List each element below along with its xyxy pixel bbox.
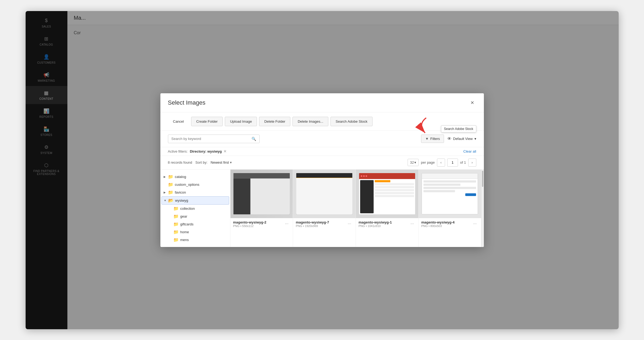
adobe-stock-tooltip: Search Adobe Stock — [441, 125, 476, 132]
folder-icon-home: 📁 — [173, 229, 179, 235]
image-name-3: magento-wysiwyg-1 — [359, 220, 392, 224]
image-card-1[interactable]: magento-wysiwyg-2 PNG • 550x112 ··· — [230, 170, 293, 247]
image-meta-3: PNG • 1041x910 — [359, 224, 392, 228]
folder-item-favicon[interactable]: ▶ 📁 favicon — [160, 188, 230, 196]
folder-icon-custom-options: 📁 — [168, 182, 173, 187]
image-thumb-1 — [230, 170, 293, 218]
image-card-footer-4: magento-wysiwyg-4 PNG • 800x503 ··· — [419, 218, 481, 230]
per-page-select[interactable]: 32 ▾ — [408, 159, 419, 166]
main-page: Ma... Cor Select Images × Cancel Create … — [67, 11, 619, 329]
modal-scrollbar[interactable] — [481, 170, 484, 247]
folder-item-catalog[interactable]: ▶ 📁 catalog — [160, 173, 230, 181]
active-filter-tag: Directory: wysiwyg ✕ — [190, 149, 227, 153]
active-filters-bar: Active filters: Directory: wysiwyg ✕ Cle… — [160, 147, 484, 156]
per-page-label: per page — [421, 160, 435, 164]
per-page-arrow: ▾ — [414, 160, 416, 164]
folder-item-gear[interactable]: 📁 gear — [167, 212, 230, 220]
image-card-footer-2: magento-wysiwyg-7 PNG • 1920x969 ··· — [293, 218, 356, 230]
image-card-2[interactable]: magento-wysiwyg-7 PNG • 1920x969 ··· — [293, 170, 356, 247]
pagination: 32 ▾ per page ‹ of 1 › — [408, 159, 476, 167]
image-menu-button-3[interactable]: ··· — [409, 221, 415, 227]
image-meta-1: PNG • 550x112 — [233, 224, 267, 228]
filter-tag-remove-button[interactable]: ✕ — [223, 149, 227, 153]
folder-icon-catalog: 📁 — [168, 174, 173, 179]
folder-icon-mens: 📁 — [173, 237, 179, 242]
filters-button[interactable]: ▼ Filters — [421, 135, 444, 143]
search-input[interactable] — [171, 137, 252, 141]
folder-name-home: home — [180, 230, 189, 234]
image-menu-button-4[interactable]: ··· — [471, 221, 478, 227]
search-filter-bar: 🔍 — [160, 131, 484, 147]
modal-body: ▶ 📁 catalog 📁 custom_options ▶ — [160, 170, 484, 247]
folder-icon-gear: 📁 — [173, 214, 179, 219]
folder-item-home[interactable]: 📁 home — [167, 228, 230, 236]
page-next-button[interactable]: › — [468, 159, 476, 167]
image-thumb-3 — [356, 170, 418, 218]
image-card-3[interactable]: magento-wysiwyg-1 PNG • 1041x910 ··· — [356, 170, 418, 247]
image-grid: magento-wysiwyg-2 PNG • 550x112 ··· — [230, 170, 481, 247]
expand-arrow-catalog: ▶ — [164, 175, 166, 178]
filter-funnel-icon: ▼ — [425, 137, 429, 141]
image-card-footer-1: magento-wysiwyg-2 PNG • 550x112 ··· — [230, 218, 293, 230]
search-box: 🔍 — [168, 135, 260, 143]
folder-name-custom-options: custom_options — [175, 183, 199, 187]
delete-folder-button[interactable]: Delete Folder — [259, 117, 290, 126]
folder-name-wysiwyg: wysiwyg — [175, 198, 188, 202]
modal-close-button[interactable]: × — [469, 99, 476, 107]
filters-label: Filters — [430, 137, 440, 141]
records-left: 8 records found Sort by: Newest first ▾ — [168, 160, 232, 164]
modal-overlay: Select Images × Cancel Create Folder Upl… — [26, 11, 619, 329]
view-label: Default View — [453, 137, 473, 141]
upload-image-button[interactable]: Upload Image — [225, 117, 257, 126]
select-images-modal: Select Images × Cancel Create Folder Upl… — [160, 93, 484, 247]
modal-header: Select Images × — [160, 93, 484, 112]
scrollbar-thumb — [482, 171, 483, 187]
image-menu-button-2[interactable]: ··· — [346, 221, 353, 227]
image-card-info-2: magento-wysiwyg-7 PNG • 1920x969 — [296, 220, 329, 228]
filter-view-group: Search Adobe Stock ▼ Filters 👁 Default V… — [421, 135, 476, 143]
image-name-1: magento-wysiwyg-2 — [233, 220, 267, 224]
folder-name-catalog: catalog — [175, 175, 186, 179]
folder-icon-favicon: 📁 — [168, 190, 173, 195]
image-name-2: magento-wysiwyg-7 — [296, 220, 329, 224]
folder-item-custom-options[interactable]: 📁 custom_options — [160, 181, 230, 188]
page-prev-button[interactable]: ‹ — [437, 159, 445, 167]
filter-tag-text: Directory: wysiwyg — [190, 149, 222, 153]
folder-panel: ▶ 📁 catalog 📁 custom_options ▶ — [160, 170, 230, 247]
image-thumb-2 — [293, 170, 356, 218]
active-filters-label: Active filters: — [168, 149, 188, 153]
delete-images-button[interactable]: Delete Images... — [292, 117, 328, 126]
image-menu-button-1[interactable]: ··· — [283, 221, 290, 227]
page-of-total: of 1 — [460, 160, 466, 164]
image-card-info-3: magento-wysiwyg-1 PNG • 1041x910 — [359, 220, 392, 228]
search-icon: 🔍 — [252, 137, 256, 141]
create-folder-button[interactable]: Create Folder — [191, 117, 223, 126]
sort-by-select[interactable]: Sort by: Newest first ▾ — [195, 160, 232, 164]
folder-item-giftcards[interactable]: 📁 giftcards — [167, 220, 230, 228]
folder-item-collection[interactable]: 📁 collection — [167, 205, 230, 212]
folder-name-collection: collection — [180, 207, 195, 211]
image-grid-panel: magento-wysiwyg-2 PNG • 550x112 ··· — [230, 170, 481, 247]
folder-name-favicon: favicon — [175, 190, 186, 194]
records-count: 8 records found — [168, 160, 192, 164]
folder-item-mens[interactable]: 📁 mens — [167, 236, 230, 244]
view-select[interactable]: 👁 Default View ▾ — [447, 136, 476, 141]
search-adobe-stock-button[interactable]: Search Adobe Stock — [330, 117, 373, 126]
cancel-button[interactable]: Cancel — [168, 117, 189, 126]
image-card-info-1: magento-wysiwyg-2 PNG • 550x112 — [233, 220, 267, 228]
folder-children-wysiwyg: 📁 collection 📁 gear 📁 g — [160, 205, 230, 244]
folder-icon-collection: 📁 — [173, 206, 179, 211]
folder-name-giftcards: giftcards — [180, 222, 194, 226]
image-thumb-4 — [419, 170, 481, 218]
image-card-info-4: magento-wysiwyg-4 PNG • 800x503 — [421, 220, 455, 228]
eye-icon: 👁 — [447, 136, 452, 141]
sort-by-label: Sort by: — [195, 160, 208, 164]
page-number-input[interactable] — [447, 159, 458, 167]
folder-item-wysiwyg[interactable]: ▼ 📂 wysiwyg — [161, 196, 229, 205]
image-card-4[interactable]: magento-wysiwyg-4 PNG • 800x503 ··· — [419, 170, 481, 247]
sort-dropdown-icon: ▾ — [230, 160, 232, 164]
folder-name-mens: mens — [180, 238, 189, 242]
image-meta-2: PNG • 1920x969 — [296, 224, 329, 228]
clear-all-button[interactable]: Clear all — [463, 149, 476, 153]
sort-value: Newest first — [211, 160, 229, 164]
